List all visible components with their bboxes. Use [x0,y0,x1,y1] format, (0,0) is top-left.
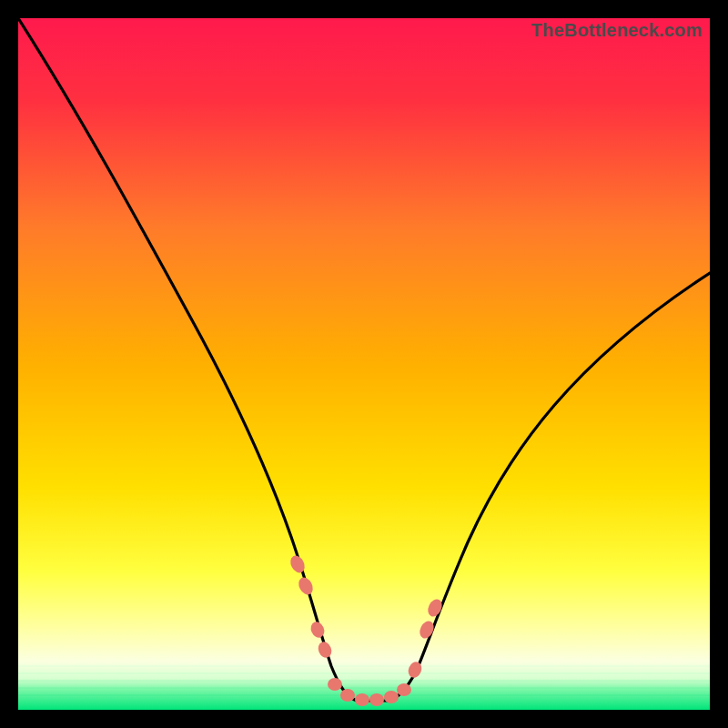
svg-point-10 [340,689,355,702]
outer-frame: TheBottleneck.com [0,0,728,728]
svg-point-13 [384,691,399,703]
watermark-text: TheBottleneck.com [531,20,703,41]
svg-point-9 [328,678,342,691]
chart-svg [18,18,710,710]
gradient-bg [18,18,710,710]
svg-point-12 [369,693,384,706]
plot-area: TheBottleneck.com [18,18,710,710]
svg-point-14 [397,683,411,696]
svg-point-11 [355,693,369,706]
